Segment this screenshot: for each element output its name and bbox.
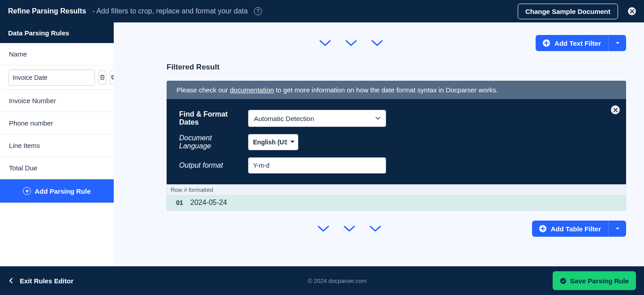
table-row: 01 2024-05-24 xyxy=(167,195,626,210)
page-subtitle: - Add filters to crop, replace and forma… xyxy=(92,7,248,15)
footer-copyright: © 2024 docparser.com xyxy=(122,278,553,284)
chevron-down-icon xyxy=(369,225,382,233)
rule-item-phone[interactable]: Phone number xyxy=(0,112,114,134)
footer: Exit Rules Editor © 2024 docparser.com S… xyxy=(0,266,644,295)
trash-icon xyxy=(99,74,106,81)
banner-text-pre: Please check our xyxy=(176,86,230,94)
add-text-filter-dropdown-button[interactable] xyxy=(608,35,626,51)
caret-down-icon xyxy=(615,227,620,230)
add-rule-label: Add Parsing Rule xyxy=(34,187,90,195)
add-parsing-rule-button[interactable]: + Add Parsing Rule xyxy=(0,179,114,203)
rule-name-input[interactable] xyxy=(9,69,95,86)
rule-item-active xyxy=(0,65,114,90)
check-circle-icon xyxy=(560,278,567,284)
document-language-select[interactable]: English (US) xyxy=(248,134,298,150)
flow-arrows xyxy=(167,225,532,233)
chevron-down-icon xyxy=(317,225,330,233)
filtered-result-title: Filtered Result xyxy=(167,63,626,72)
rule-item-total-due[interactable]: Total Due xyxy=(0,157,114,179)
chevron-down-icon xyxy=(343,225,356,233)
add-table-filter-dropdown-button[interactable] xyxy=(608,221,626,237)
documentation-link[interactable]: documentation xyxy=(230,86,274,94)
plus-icon xyxy=(543,39,550,47)
main-content: Add Text Filter Filtered Result Please c… xyxy=(114,22,644,266)
close-icon[interactable] xyxy=(628,7,636,15)
banner-text-post: to get more information on how the date … xyxy=(274,86,498,94)
row-value: 2024-05-24 xyxy=(189,199,227,207)
output-format-label: Output format xyxy=(179,161,241,169)
add-text-filter-button[interactable]: Add Text Filter xyxy=(536,35,608,51)
flow-arrows xyxy=(167,39,536,47)
row-number: 01 xyxy=(171,199,189,206)
sidebar-header: Data Parsing Rules xyxy=(0,22,114,43)
rule-item-name[interactable]: Name xyxy=(0,43,114,65)
chevron-left-icon xyxy=(8,278,14,284)
exit-label: Exit Rules Editor xyxy=(20,277,73,285)
save-parsing-rule-button[interactable]: Save Parsing Rule xyxy=(553,271,636,290)
change-sample-document-button[interactable]: Change Sample Document xyxy=(518,4,618,19)
output-format-input[interactable] xyxy=(248,157,386,174)
add-text-filter-label: Add Text Filter xyxy=(554,39,601,47)
date-filter-config-panel: Find & Format Dates Automatic Detection … xyxy=(167,99,626,184)
remove-filter-button[interactable] xyxy=(611,105,620,114)
info-banner: Please check our documentation to get mo… xyxy=(167,81,626,99)
delete-rule-button[interactable] xyxy=(99,70,106,85)
chevron-down-icon xyxy=(319,39,331,47)
detection-mode-select[interactable]: Automatic Detection xyxy=(248,110,386,127)
sidebar: Data Parsing Rules Name Invoice Number P… xyxy=(0,22,114,266)
add-table-filter-label: Add Table Filter xyxy=(551,225,601,233)
plus-icon xyxy=(539,225,546,232)
page-title: Refine Parsing Results xyxy=(8,7,86,15)
plus-circle-icon: + xyxy=(23,187,31,195)
table-header-formatted: formatted xyxy=(189,187,213,193)
add-table-filter-button[interactable]: Add Table Filter xyxy=(532,221,608,237)
topbar: Refine Parsing Results - Add filters to … xyxy=(0,0,644,22)
exit-rules-editor-button[interactable]: Exit Rules Editor xyxy=(8,277,122,285)
rule-item-invoice-number[interactable]: Invoice Number xyxy=(0,90,114,112)
help-icon[interactable]: ? xyxy=(254,7,262,15)
find-dates-label: Find & Format Dates xyxy=(179,110,241,126)
doc-language-label: Document Language xyxy=(179,134,241,150)
caret-down-icon xyxy=(615,42,620,45)
table-header-row: Row # xyxy=(171,187,189,193)
chevron-down-icon xyxy=(371,39,383,47)
save-label: Save Parsing Rule xyxy=(570,277,629,285)
svg-point-2 xyxy=(560,278,566,283)
result-table: Row # formatted 01 2024-05-24 xyxy=(167,184,626,211)
rule-item-line-items[interactable]: Line Items xyxy=(0,134,114,157)
chevron-down-icon xyxy=(345,39,357,47)
